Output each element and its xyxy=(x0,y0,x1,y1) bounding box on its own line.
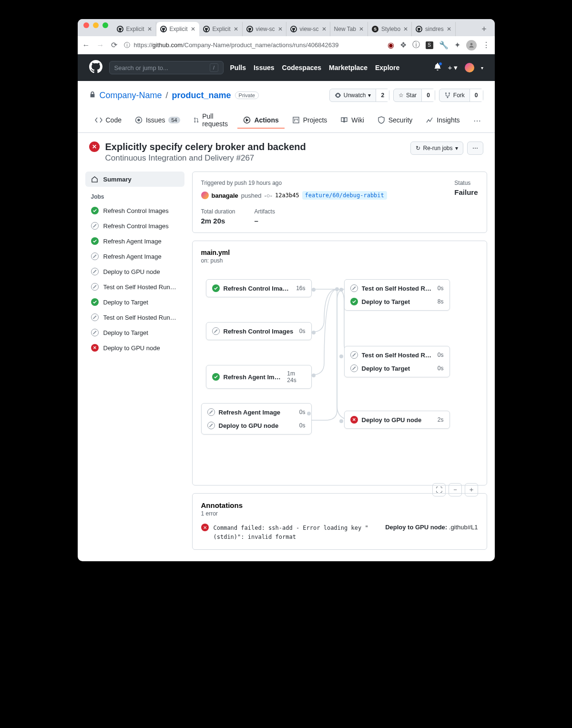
sidebar-job-item[interactable]: Test on Self Hosted Runne... xyxy=(85,279,184,294)
add-menu[interactable]: + ▾ xyxy=(448,63,458,72)
sidebar-job-item[interactable]: Refresh Control Images xyxy=(85,203,184,218)
sidebar-job-item[interactable]: Deploy to GPU node xyxy=(85,264,184,279)
stylebot-icon[interactable]: S xyxy=(426,41,433,49)
nav-issues[interactable]: Issues xyxy=(254,64,275,71)
sidebar-summary[interactable]: Summary xyxy=(85,172,184,187)
tab-title: sindres xyxy=(425,26,444,32)
tab-code[interactable]: Code xyxy=(89,112,127,129)
tabs-overflow[interactable]: ⋯ xyxy=(468,112,487,129)
nav-explore[interactable]: Explore xyxy=(375,64,399,71)
notifications-icon[interactable] xyxy=(434,63,441,72)
info-icon[interactable]: ⓘ xyxy=(412,40,420,50)
new-tab-button[interactable]: + xyxy=(478,22,491,36)
browser-tab[interactable]: Explicit✕ xyxy=(113,22,156,36)
browser-tab[interactable]: view-sc✕ xyxy=(286,22,330,36)
user-avatar[interactable] xyxy=(465,63,474,72)
back-button[interactable]: ← xyxy=(82,41,90,50)
fullscreen-button[interactable]: ⛶ xyxy=(432,483,446,496)
fork-button[interactable]: Fork 0 xyxy=(439,89,483,102)
zoom-window[interactable] xyxy=(102,22,108,28)
tab-insights[interactable]: Insights xyxy=(420,112,465,129)
sidebar-job-item[interactable]: Deploy to Target xyxy=(85,294,184,310)
browser-tab[interactable]: New Tab✕ xyxy=(330,22,368,36)
minimize-window[interactable] xyxy=(93,22,99,28)
search-input[interactable]: Search or jump to... / xyxy=(109,61,224,74)
close-tab-icon[interactable]: ✕ xyxy=(234,26,238,32)
close-window[interactable] xyxy=(83,22,89,28)
annotations-count: 1 error xyxy=(201,510,478,517)
tab-projects[interactable]: Projects xyxy=(286,112,333,129)
tab-pull-requests[interactable]: Pull requests xyxy=(188,109,236,132)
address-bar[interactable]: ⓘ https://github.com/Company-Name/produc… xyxy=(124,41,381,50)
sidebar-job-item[interactable]: Deploy to Target xyxy=(85,325,184,340)
actor-name[interactable]: banagale xyxy=(212,192,238,199)
branch-chip[interactable]: feature/60/debug-rabbit xyxy=(302,191,387,200)
close-tab-icon[interactable]: ✕ xyxy=(447,26,451,32)
wrench-icon[interactable]: 🔧 xyxy=(439,40,449,50)
close-tab-icon[interactable]: ✕ xyxy=(359,26,364,32)
tab-issues[interactable]: Issues54 xyxy=(129,112,186,129)
close-tab-icon[interactable]: ✕ xyxy=(278,26,283,32)
toolbar-icons: ◉ ❖ ⓘ S 🔧 ✦ ⋮ xyxy=(388,40,490,51)
run-title: Explicitly specify celery broker and bac… xyxy=(105,142,306,152)
github-favicon-icon xyxy=(160,26,167,32)
zoom-out-button[interactable]: － xyxy=(449,483,462,496)
run-menu-button[interactable]: ⋯ xyxy=(467,142,483,155)
zoom-controls: ⛶ － ＋ xyxy=(432,483,478,496)
commit-sha[interactable]: 12a3b45 xyxy=(275,192,299,199)
extension-icon[interactable]: ❖ xyxy=(400,40,407,50)
zoom-in-button[interactable]: ＋ xyxy=(465,483,478,496)
user-menu-caret[interactable]: ▾ xyxy=(481,65,483,71)
node-duration: 0s xyxy=(438,365,444,372)
browser-tab[interactable]: Explicit✕ xyxy=(199,22,243,36)
close-tab-icon[interactable]: ✕ xyxy=(322,26,327,32)
sidebar-job-item[interactable]: ✕Deploy to GPU node xyxy=(85,340,184,355)
owner-link[interactable]: Company-Name xyxy=(100,91,162,101)
chrome-menu[interactable]: ⋮ xyxy=(482,40,490,50)
sidebar-job-item[interactable]: Test on Self Hosted Runne... xyxy=(85,310,184,325)
tab-wiki[interactable]: Wiki xyxy=(335,112,369,129)
browser-tab[interactable]: SStylebo✕ xyxy=(368,22,412,36)
close-tab-icon[interactable]: ✕ xyxy=(403,26,408,32)
svg-point-8 xyxy=(197,121,198,122)
graph-node[interactable]: Refresh Control Images0s xyxy=(206,322,312,340)
nav-pulls[interactable]: Pulls xyxy=(230,64,246,71)
tab-actions[interactable]: Actions xyxy=(237,112,284,129)
nav-marketplace[interactable]: Marketplace xyxy=(329,64,368,71)
star-button[interactable]: ☆ Star 0 xyxy=(393,89,435,102)
skipped-icon xyxy=(91,268,99,275)
browser-tab[interactable]: sindres✕ xyxy=(412,22,456,36)
browser-tab[interactable]: view-sc✕ xyxy=(243,22,286,36)
close-tab-icon[interactable]: ✕ xyxy=(147,26,152,32)
graph-node[interactable]: ✕Deploy to GPU node2s xyxy=(344,411,450,429)
url-path: /Company-Name/product_name/actions/runs/… xyxy=(183,41,338,49)
profile-avatar[interactable] xyxy=(466,40,477,51)
workflow-trigger: on: push xyxy=(201,257,478,264)
rerun-jobs-button[interactable]: ↻ Re-run jobs ▾ xyxy=(410,142,463,155)
annotation-location[interactable]: Deploy to GPU node: .github#L1 xyxy=(385,524,478,531)
github-logo-icon[interactable] xyxy=(89,60,102,75)
fail-icon: ✕ xyxy=(350,416,358,424)
sidebar-job-item[interactable]: Refresh Agent Image xyxy=(85,249,184,264)
graph-node[interactable]: Refresh Agent Image1m 24s xyxy=(206,365,312,389)
repo-link[interactable]: product_name xyxy=(172,91,231,101)
graph-node[interactable]: Test on Self Hosted Runne...0sDeploy to … xyxy=(344,346,450,377)
sidebar-job-item[interactable]: Refresh Agent Image xyxy=(85,233,184,249)
actor-avatar[interactable] xyxy=(201,192,209,199)
node-duration: 16s xyxy=(296,285,305,292)
nav-codespaces[interactable]: Codespaces xyxy=(282,64,321,71)
extensions-icon[interactable]: ✦ xyxy=(454,40,460,50)
close-tab-icon[interactable]: ✕ xyxy=(191,26,195,32)
ublock-icon[interactable]: ◉ xyxy=(388,40,394,50)
sidebar-job-item[interactable]: Refresh Control Images xyxy=(85,218,184,233)
graph-node[interactable]: Refresh Control Images16s xyxy=(206,279,312,297)
reload-button[interactable]: ⟳ xyxy=(111,40,117,50)
unwatch-button[interactable]: Unwatch ▾ 2 xyxy=(329,89,389,102)
browser-tab[interactable]: Explicit✕ xyxy=(156,22,199,36)
graph-node[interactable]: Test on Self Hosted Runne...0sDeploy to … xyxy=(344,279,450,311)
forward-button[interactable]: → xyxy=(97,41,104,50)
workflow-graph[interactable]: ⛶ － ＋ Refresh Control Images16sRefresh C… xyxy=(201,277,478,477)
graph-node[interactable]: Refresh Agent Image0sDeploy to GPU node0… xyxy=(201,403,312,435)
node-duration: 1m 24s xyxy=(287,370,305,384)
tab-security[interactable]: Security xyxy=(372,112,419,129)
